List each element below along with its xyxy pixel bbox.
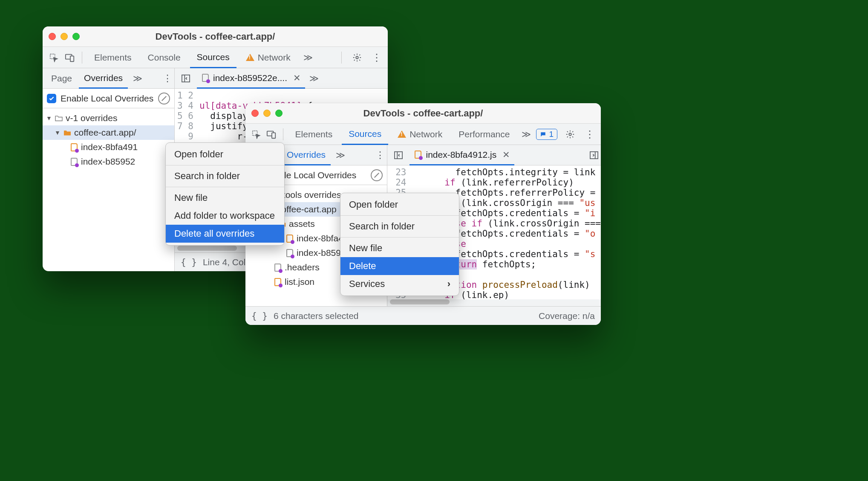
- braces-icon[interactable]: { }: [251, 311, 268, 321]
- editor-tabs-overflow-icon[interactable]: ≫: [309, 73, 319, 84]
- h-scrollbar[interactable]: [387, 299, 601, 306]
- context-menu: Open folder Search in folder New file Ad…: [165, 142, 285, 246]
- inspect-icon[interactable]: [250, 127, 262, 141]
- kebab-icon[interactable]: ⋮: [373, 148, 387, 162]
- tree-file-2[interactable]: index-b85952: [43, 154, 174, 169]
- panel-toggle-icon[interactable]: [179, 72, 193, 85]
- close-tab-icon[interactable]: ✕: [291, 73, 301, 83]
- ctx-new-file[interactable]: New file: [340, 239, 459, 257]
- editor-tab[interactable]: index-8bfa4912.js ✕: [409, 145, 514, 165]
- warning-icon: [398, 130, 406, 138]
- panel-toggle-left-icon[interactable]: [392, 148, 405, 162]
- svg-line-4: [162, 96, 167, 101]
- status-selection: 6 characters selected: [274, 311, 359, 321]
- window1-titlebar: DevTools - coffee-cart.app/: [43, 26, 388, 47]
- close-tab-icon[interactable]: ✕: [500, 150, 510, 160]
- svg-rect-2: [70, 56, 74, 61]
- subtab-page[interactable]: Page: [46, 68, 77, 89]
- inspect-icon[interactable]: [47, 51, 61, 64]
- tab-console[interactable]: Console: [141, 47, 187, 68]
- tab-network[interactable]: Network: [239, 47, 297, 68]
- warning-icon: [246, 54, 254, 61]
- ctx-delete[interactable]: Delete: [340, 257, 459, 275]
- tabs-overflow-icon[interactable]: ≫: [300, 52, 316, 63]
- ctx-search-folder[interactable]: Search in folder: [340, 217, 459, 235]
- chevron-right-icon: ›: [447, 278, 450, 290]
- window2-title: DevTools - coffee-cart.app/: [245, 108, 601, 119]
- ctx-delete-all-overrides[interactable]: Delete all overrides: [166, 225, 284, 243]
- device-toggle-icon[interactable]: [265, 127, 278, 141]
- tree-file-1[interactable]: index-8bfa491: [43, 140, 174, 154]
- enable-overrides-label: Enable Local Overrides: [61, 93, 153, 104]
- braces-icon[interactable]: { }: [181, 257, 197, 267]
- ctx-add-workspace[interactable]: Add folder to workspace: [166, 207, 284, 225]
- editor-tab[interactable]: index-b859522e.... ✕: [197, 68, 305, 89]
- ctx-open-folder[interactable]: Open folder: [166, 145, 284, 163]
- subtabs-overflow-icon[interactable]: ≫: [332, 150, 349, 160]
- tab-performance[interactable]: Performance: [452, 124, 516, 145]
- tabs-overflow-icon[interactable]: ≫: [519, 129, 533, 139]
- enable-overrides-checkbox[interactable]: [47, 94, 56, 103]
- gear-icon[interactable]: [350, 51, 364, 64]
- kebab-icon[interactable]: ⋮: [161, 72, 174, 85]
- ctx-open-folder[interactable]: Open folder: [340, 196, 459, 214]
- ctx-new-file[interactable]: New file: [166, 189, 284, 207]
- subtabs-overflow-icon[interactable]: ≫: [130, 73, 146, 84]
- tab-sources[interactable]: Sources: [190, 47, 236, 68]
- device-toggle-icon[interactable]: [63, 51, 77, 64]
- kebab-icon[interactable]: ⋮: [370, 51, 384, 64]
- window2-titlebar: DevTools - coffee-cart.app/: [245, 103, 601, 124]
- clear-overrides-icon[interactable]: [158, 93, 170, 104]
- panel-toggle-right-icon[interactable]: [587, 148, 601, 162]
- window1-main-toolbar: Elements Console Sources Network ≫ ⋮: [43, 47, 388, 68]
- svg-rect-9: [272, 133, 275, 138]
- svg-line-11: [375, 173, 379, 177]
- tab-sources[interactable]: Sources: [342, 124, 388, 145]
- ctx-services[interactable]: Services ›: [340, 275, 459, 293]
- kebab-icon[interactable]: ⋮: [583, 127, 597, 141]
- status-coverage: Coverage: n/a: [539, 311, 595, 321]
- svg-point-3: [356, 56, 358, 59]
- tab-elements[interactable]: Elements: [288, 124, 340, 145]
- tab-network[interactable]: Network: [391, 124, 449, 145]
- ctx-search-folder[interactable]: Search in folder: [166, 167, 284, 185]
- tab-elements[interactable]: Elements: [87, 47, 138, 68]
- svg-point-10: [569, 133, 571, 136]
- subtab-overrides[interactable]: Overrides: [79, 68, 128, 89]
- gear-icon[interactable]: [563, 127, 577, 141]
- tree-root[interactable]: ▼ v-1 overrides: [43, 111, 174, 125]
- context-menu: Open folder Search in folder New file De…: [340, 193, 459, 296]
- file-tree: ▼ v-1 overrides ▼ coffee-cart.app/ index…: [43, 108, 174, 171]
- tree-domain[interactable]: ▼ coffee-cart.app/: [43, 125, 174, 140]
- window1-title: DevTools - coffee-cart.app/: [43, 31, 388, 42]
- issues-pill[interactable]: 1: [536, 129, 557, 140]
- subtab-overrides[interactable]: Overrides: [282, 145, 331, 165]
- window2-main-toolbar: Elements Sources Network Performance ≫ 1…: [245, 124, 601, 145]
- clear-overrides-icon[interactable]: [371, 169, 383, 181]
